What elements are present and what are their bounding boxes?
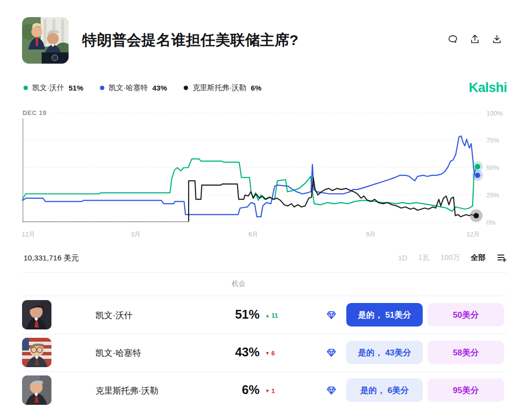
avatar-waller [22, 375, 51, 405]
comment-icon[interactable] [447, 33, 458, 45]
y-tick: 75% [486, 137, 499, 144]
legend-value: 43% [152, 84, 167, 92]
range-1w[interactable]: 1瓦 [418, 253, 430, 262]
y-tick: 25% [486, 191, 499, 199]
outcome-percent: 43% [191, 345, 260, 359]
range-all[interactable]: 全部 [471, 253, 485, 262]
outcome-name: 凯文·哈塞特 [96, 347, 141, 359]
download-icon[interactable] [491, 33, 503, 45]
up-arrow-icon: ▲ [265, 313, 270, 318]
legend-item-hassett[interactable]: 凯文·哈塞特 43% [100, 83, 167, 93]
legend-item-warsh[interactable]: 凯文·沃什 51% [24, 83, 83, 93]
chart-legend: 凯文·沃什 51% 凯文·哈塞特 43% 克里斯托弗·沃勒 6% [24, 83, 262, 93]
change-value: 6 [271, 350, 275, 357]
series-lines [23, 136, 483, 222]
buy-yes-button[interactable]: 是的， 51美分 [346, 303, 423, 327]
divider [22, 272, 507, 273]
legend-dot-0 [24, 86, 28, 90]
legend-dot-2 [184, 86, 188, 90]
time-range-selector: 1D 1瓦 100万 全部 [398, 252, 507, 263]
column-header-chance: 机会 [218, 280, 259, 288]
change-badge: ▼ 1 [265, 387, 275, 395]
x-tick: 12月 [22, 231, 35, 238]
outcome-name: 克里斯托弗·沃勒 [96, 385, 158, 397]
market-page: 特朗普会提名谁担任美联储主席? 凯文·沃什 51% [0, 0, 529, 420]
down-arrow-icon: ▼ [265, 350, 270, 356]
avatar-hassett [22, 338, 51, 367]
outcome-percent: 51% [191, 307, 260, 322]
change-badge: ▼ 6 [265, 350, 275, 357]
y-tick: 100% [486, 110, 503, 117]
volume-total: 10,331,716 美元 [24, 253, 79, 263]
y-tick: 50% [486, 164, 499, 171]
chart-annotation-label: DEC 19 [23, 109, 47, 117]
range-1m[interactable]: 100万 [440, 253, 460, 262]
chart-canvas[interactable]: DEC 19 100% 75% 50% 25% 0% 12月 3月 6月 9月 … [0, 109, 529, 243]
x-tick: 12月 [466, 231, 480, 238]
legend-label: 克里斯托弗·沃勒 [192, 83, 246, 93]
legend-label: 凯文·哈塞特 [109, 83, 148, 93]
page-title: 特朗普会提名谁担任美联储主席? [82, 30, 298, 50]
buy-no-button[interactable]: 50美分 [428, 303, 504, 327]
legend-label: 凯文·沃什 [32, 83, 64, 93]
outcome-row-warsh[interactable]: 凯文·沃什 51% ▲ 11 是的， 51美分 50美分 [0, 296, 529, 334]
outcome-name: 凯文·沃什 [96, 309, 133, 321]
x-tick: 9月 [366, 231, 376, 238]
avatar-warsh [22, 300, 51, 329]
gem-icon[interactable] [326, 385, 337, 396]
buy-no-button[interactable]: 95美分 [428, 378, 504, 402]
change-badge: ▲ 11 [265, 312, 278, 319]
legend-value: 6% [251, 84, 262, 92]
buy-no-button[interactable]: 58美分 [428, 341, 504, 364]
range-1d[interactable]: 1D [398, 254, 407, 262]
gem-icon[interactable] [326, 348, 337, 358]
gem-icon[interactable] [326, 310, 337, 320]
outcome-row-waller[interactable]: 克里斯托弗·沃勒 6% ▼ 1 是的， 6美分 95美分 [0, 372, 529, 409]
kalshi-logo[interactable]: Kalshi [469, 80, 507, 95]
x-tick: 6月 [248, 231, 258, 238]
legend-value: 51% [69, 84, 83, 92]
legend-item-waller[interactable]: 克里斯托弗·沃勒 6% [184, 83, 262, 93]
down-arrow-icon: ▼ [265, 388, 270, 394]
header-actions [447, 33, 503, 45]
event-image [22, 17, 69, 64]
x-tick: 3月 [131, 231, 141, 238]
y-tick: 0% [486, 219, 496, 226]
change-value: 11 [271, 312, 278, 319]
change-value: 1 [271, 387, 275, 395]
buy-yes-button[interactable]: 是的， 43美分 [346, 341, 423, 364]
share-icon[interactable] [469, 33, 481, 45]
price-chart[interactable]: DEC 19 100% 75% 50% 25% 0% 12月 3月 6月 9月 … [0, 109, 529, 243]
event-image-art [22, 17, 69, 64]
outcome-row-hassett[interactable]: 凯文·哈塞特 43% ▼ 6 是的， 43美分 58美分 [0, 334, 529, 372]
buy-yes-button[interactable]: 是的， 6美分 [346, 378, 423, 402]
outcome-percent: 6% [191, 383, 260, 397]
legend-dot-1 [100, 86, 104, 90]
playlist-add-icon[interactable] [496, 252, 507, 263]
